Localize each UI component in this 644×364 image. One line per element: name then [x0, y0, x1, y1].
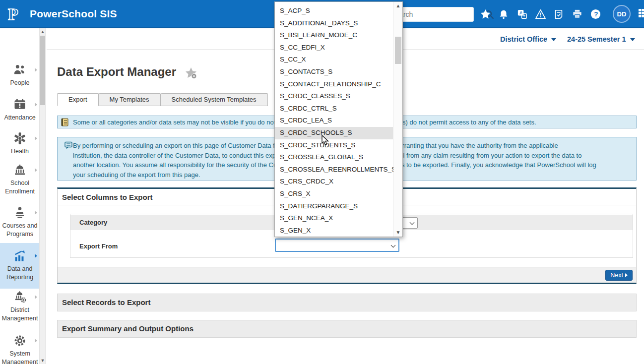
tasks-clipboard-icon[interactable]	[553, 8, 565, 20]
print-icon[interactable]	[571, 8, 583, 20]
main-sidebar: People Attendance Health	[0, 28, 46, 364]
health-icon	[13, 131, 27, 145]
sidebar-item-school-enrollment[interactable]: School Enrollment	[0, 163, 40, 196]
powerschool-logo-icon: P	[7, 4, 25, 23]
dropdown-option[interactable]: S_CRDC_CLASSES_S	[275, 90, 393, 103]
sidebar-item-label: Data and Reporting	[0, 265, 40, 282]
user-avatar[interactable]: DD	[613, 5, 631, 23]
mouse-cursor	[322, 135, 329, 146]
scroll-up-icon[interactable]: ▲	[40, 28, 46, 35]
chevron-right-icon	[35, 254, 37, 258]
dropdown-option[interactable]: S_DATIERGPARANGE_S	[275, 200, 393, 213]
data-reporting-icon	[13, 249, 27, 263]
translate-icon[interactable]: A	[516, 8, 528, 20]
dropdown-option[interactable]: S_ACP_S	[275, 5, 393, 17]
scrollbar-thumb[interactable]	[40, 36, 45, 105]
sidebar-item-label: Courses and Programs	[0, 222, 40, 239]
category-label: Category	[79, 219, 107, 226]
brand-name: PowerSchool SIS	[30, 8, 117, 20]
dropdown-option[interactable]: S_CROSSLEA_REENROLLMENTS_S	[275, 164, 393, 176]
chevron-right-icon	[35, 295, 37, 299]
chevron-down-icon	[551, 38, 556, 41]
dropdown-option[interactable]: S_CC_X	[275, 54, 393, 66]
sidebar-scrollbar[interactable]: ▲ ▼	[39, 28, 46, 364]
sidebar-item-district-management[interactable]: District Management	[0, 290, 40, 323]
export-summary-section[interactable]: Export Summary and Output Options	[57, 320, 637, 338]
arrow-right-icon	[625, 273, 628, 277]
dropdown-option[interactable]: S_GEN_NCEA_X	[275, 212, 393, 225]
attendance-icon	[13, 98, 27, 112]
sidebar-item-label: School Enrollment	[0, 179, 40, 196]
chevron-right-icon	[35, 168, 37, 172]
tab-bar: Export My Templates Scheduled System Tem…	[57, 93, 268, 106]
note-icon	[61, 118, 69, 126]
panel-footer: Next	[58, 267, 636, 283]
school-selector-label: District Office	[500, 35, 547, 43]
alerts-warning-icon[interactable]	[534, 8, 546, 20]
favorite-page-star-icon[interactable]	[185, 67, 197, 79]
dropdown-option[interactable]: S_BSI_LEARN_MODE_C	[275, 29, 393, 42]
notifications-bell-icon[interactable]	[498, 8, 510, 20]
chevron-right-icon	[35, 103, 37, 107]
dropdown-option-highlighted[interactable]: S_CRDC_SCHOOLS_S	[275, 127, 393, 139]
select-records-section[interactable]: Select Records to Export	[57, 294, 637, 311]
scroll-down-icon[interactable]: ▼	[40, 357, 46, 364]
export-from-select[interactable]	[275, 239, 399, 252]
chevron-right-icon	[35, 339, 37, 343]
sidebar-item-label: District Management	[0, 306, 40, 323]
dropdown-options: S_ACP_S S_ADDITIONAL_DAYS_S S_BSI_LEARN_…	[275, 5, 393, 237]
sidebar-item-courses-and-programs[interactable]: Courses and Programs	[0, 206, 40, 239]
help-icon[interactable]: ?	[589, 8, 601, 20]
dropdown-option[interactable]: S_ADDITIONAL_DAYS_S	[275, 17, 393, 30]
apps-grid-icon[interactable]	[639, 9, 644, 19]
dropdown-option[interactable]: S_CRDC_CTRL_S	[275, 103, 393, 115]
sidebar-item-system-management[interactable]: System Management	[0, 334, 40, 364]
chevron-right-icon	[35, 136, 37, 140]
dropdown-option[interactable]: S_CRDC_LEA_S	[275, 115, 393, 127]
chevron-down-icon	[410, 220, 415, 225]
next-button[interactable]: Next	[605, 270, 633, 281]
sidebar-item-health[interactable]: Health	[0, 131, 40, 156]
chevron-right-icon	[35, 68, 37, 72]
school-enrollment-icon	[13, 163, 27, 177]
brand[interactable]: P PowerSchool SIS	[7, 4, 117, 23]
sidebar-item-label: Attendance	[0, 114, 40, 122]
dropdown-scrollbar[interactable]: ▲ ▼	[393, 2, 402, 237]
chevron-down-icon	[630, 38, 635, 41]
sidebar-item-label: System Management	[0, 350, 40, 364]
favorites-star-icon[interactable]	[479, 8, 491, 20]
dropdown-option[interactable]: S_GEN_X	[275, 225, 393, 237]
svg-text:?: ?	[594, 10, 598, 18]
sidebar-item-people[interactable]: People	[0, 63, 40, 87]
district-management-icon	[13, 290, 27, 304]
export-from-dropdown: S_ACP_S S_ADDITIONAL_DAYS_S S_BSI_LEARN_…	[274, 1, 403, 237]
school-selector[interactable]: District Office	[500, 35, 556, 43]
dropdown-option[interactable]: S_CRS_CRDC_X	[275, 176, 393, 188]
svg-text:A: A	[519, 10, 522, 15]
navbar-icon-group: A	[479, 0, 601, 28]
tab-my-templates[interactable]: My Templates	[99, 93, 161, 106]
courses-icon	[13, 206, 27, 220]
tab-export[interactable]: Export	[57, 93, 99, 106]
dropdown-option[interactable]: S_CROSSLEA_GLOBAL_S	[275, 151, 393, 164]
sidebar-item-attendance[interactable]: Attendance	[0, 98, 40, 122]
sidebar-item-label: People	[0, 79, 40, 87]
powerschool-app: P PowerSchool SIS	[0, 0, 644, 364]
dropdown-option[interactable]: S_CC_EDFI_X	[275, 42, 393, 54]
system-management-icon	[13, 334, 27, 348]
comment-icon	[64, 141, 72, 150]
term-selector[interactable]: 24-25 Semester 1	[567, 35, 635, 43]
scroll-up-icon[interactable]: ▲	[394, 2, 402, 10]
chevron-down-icon	[391, 243, 396, 248]
scroll-down-icon[interactable]: ▼	[394, 229, 402, 237]
dropdown-option[interactable]: S_CONTACT_RELATIONSHIP_C	[275, 78, 393, 91]
dropdown-option[interactable]: S_CRDC_STUDENTS_S	[275, 139, 393, 152]
export-from-label: Export From	[79, 243, 118, 250]
sidebar-item-data-and-reporting[interactable]: Data and Reporting	[0, 243, 40, 289]
svg-text:P: P	[8, 5, 18, 23]
dropdown-option[interactable]: S_CONTACTS_S	[275, 66, 393, 78]
chevron-right-icon	[35, 211, 37, 215]
dropdown-option[interactable]: S_CRS_X	[275, 188, 393, 200]
tab-scheduled-system-templates[interactable]: Scheduled System Templates	[161, 93, 268, 106]
scrollbar-thumb[interactable]	[395, 37, 401, 64]
